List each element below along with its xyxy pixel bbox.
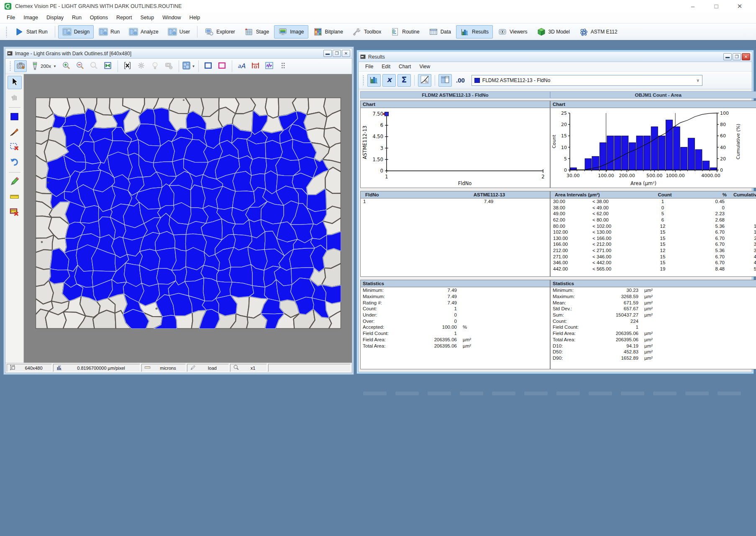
pencil-tool-button[interactable]	[8, 175, 22, 189]
objective-button[interactable]: 200x▼	[28, 60, 59, 72]
results-maximize-button[interactable]: ❐	[733, 53, 741, 60]
undo-tool-button[interactable]	[8, 156, 22, 169]
table-row[interactable]: 346.00< 442.00156.7049.55	[551, 260, 756, 266]
explorer-button[interactable]: Explorer	[200, 25, 239, 39]
svg-text:500.00: 500.00	[646, 173, 663, 178]
annotation-button[interactable]: aA	[236, 60, 248, 72]
menu-setup[interactable]: Setup	[136, 13, 158, 23]
result-selector-dropdown[interactable]: FLDM2 ASTME112-13 - FldNo ∨	[472, 75, 702, 86]
user-button[interactable]: User	[164, 25, 194, 39]
bitplane-pattern-button[interactable]: ▼	[182, 60, 195, 72]
results-menu-chart[interactable]: Chart	[395, 62, 415, 71]
ruler-tool-button[interactable]	[8, 191, 22, 204]
rtable-button[interactable]	[438, 74, 452, 87]
astm-e112-button[interactable]: ASTM E112	[575, 25, 622, 39]
table-row[interactable]: 130.00< 166.00156.7024.11	[551, 235, 756, 242]
fit-window-button[interactable]	[102, 60, 114, 72]
menu-display[interactable]: Display	[42, 13, 68, 23]
table-row[interactable]: 80.00< 102.00125.3610.71	[551, 223, 756, 229]
routine-button[interactable]: Routine	[386, 25, 423, 39]
image-button[interactable]: Image	[274, 25, 308, 39]
image-tool-strip	[5, 74, 24, 363]
marquee-delete-tool-button[interactable]	[8, 141, 22, 154]
results-minimize-button[interactable]: ▬	[723, 53, 732, 60]
menu-file[interactable]: File	[3, 13, 19, 23]
menu-options[interactable]: Options	[86, 13, 112, 23]
menu-window[interactable]: Window	[158, 13, 185, 23]
table-row[interactable]: 38.00< 49.00000.45	[551, 205, 756, 211]
stage-button[interactable]: Stage	[240, 25, 273, 39]
rbars-button[interactable]	[367, 74, 381, 87]
hand-tool-button[interactable]	[8, 91, 22, 104]
results-menu-file[interactable]: File	[361, 62, 377, 71]
zoom-reset-button[interactable]	[88, 60, 100, 72]
chevron-down-icon: ∨	[697, 78, 700, 82]
results-menu-edit[interactable]: Edit	[377, 62, 395, 71]
image-window-minimize-button[interactable]: ▬	[323, 50, 332, 57]
analyze-button[interactable]: Analyze	[125, 25, 163, 39]
decimal-format-label[interactable]: .00	[456, 77, 465, 84]
status-load: load	[187, 364, 229, 372]
rsigma-button[interactable]: Σ	[397, 74, 411, 87]
image-window-titlebar[interactable]: Image - Light Grains with Dark Outlines.…	[5, 48, 352, 59]
menu-report[interactable]: Report	[112, 13, 136, 23]
table-row[interactable]: 49.00< 62.0052.232.68	[551, 211, 756, 217]
design-button[interactable]: Design	[58, 25, 94, 39]
window-system-icon[interactable]	[360, 54, 366, 59]
results-window-titlebar[interactable]: Results ▬ ❐ ✕	[358, 52, 752, 62]
brush-tool-button[interactable]	[8, 126, 22, 139]
profile-button[interactable]	[263, 60, 276, 72]
tool-separator	[9, 172, 21, 173]
camera-button[interactable]	[14, 60, 27, 72]
cursor-tool-button[interactable]	[8, 76, 22, 89]
app-close-button[interactable]: ✕	[735, 0, 744, 13]
more-button[interactable]	[277, 60, 290, 72]
discard-button[interactable]	[121, 60, 134, 72]
blue-frame-button[interactable]	[202, 60, 215, 72]
start-run-button[interactable]: Start Run	[10, 25, 52, 39]
status-0-8196700000-m-pixel: 0.8196700000 µm/pixel	[53, 364, 140, 372]
blue-square-tool-button[interactable]	[8, 111, 22, 124]
svg-text:10: 10	[561, 145, 567, 150]
app-maximize-button[interactable]: □	[712, 0, 721, 13]
table-row[interactable]: 212.00< 271.00125.3636.16	[551, 247, 756, 254]
window-system-icon[interactable]	[7, 51, 13, 56]
image-window-close-button[interactable]: ✕	[342, 50, 350, 57]
run-button[interactable]: Run	[95, 25, 124, 39]
image-window-maximize-button[interactable]: ❐	[333, 50, 341, 57]
ruler-delete-tool-button[interactable]	[8, 206, 22, 219]
zoom-out-button[interactable]	[74, 60, 87, 72]
table-row[interactable]: 442.00< 565.00198.4858.04	[551, 266, 756, 272]
stat-value: 206395.06	[600, 331, 638, 336]
zoom-in-button[interactable]	[60, 60, 73, 72]
menu-help[interactable]: Help	[185, 13, 205, 23]
app-minimize-button[interactable]: –	[688, 0, 697, 13]
viewers-button[interactable]: Viewers	[494, 25, 531, 39]
stat-row: D50:452.83µm²	[551, 349, 756, 355]
caliper-button[interactable]	[249, 60, 262, 72]
rx-button[interactable]: x	[382, 74, 396, 87]
table-row[interactable]: 271.00< 346.00156.7042.86	[551, 253, 756, 260]
rcum-button[interactable]: %	[418, 74, 431, 87]
table-row[interactable]: 17.49	[361, 198, 550, 205]
bitplane-button[interactable]: Bitplane	[309, 25, 347, 39]
data-button[interactable]: Data	[425, 25, 455, 39]
results-close-button[interactable]: ✕	[742, 53, 750, 60]
table-row[interactable]: 62.00< 80.0062.685.36	[551, 217, 756, 223]
cell-percent: 6.70	[684, 242, 725, 247]
stat-value: 100.00	[410, 325, 457, 330]
magenta-frame-button[interactable]	[216, 60, 228, 72]
lamp-button[interactable]	[149, 60, 161, 72]
menu-run[interactable]: Run	[68, 13, 86, 23]
table-row[interactable]: 30.00< 38.0010.450.45	[551, 198, 756, 205]
results-menu-view[interactable]: View	[415, 62, 434, 71]
results-button[interactable]: Results	[456, 25, 493, 39]
menu-image[interactable]: Image	[19, 13, 42, 23]
auto-settings-button[interactable]	[135, 60, 148, 72]
toolbox-button[interactable]: Toolbox	[348, 25, 385, 39]
camera-settings-button[interactable]	[163, 60, 175, 72]
image-canvas[interactable]	[24, 74, 352, 363]
3d-model-button[interactable]: 3D Model	[533, 25, 574, 39]
table-row[interactable]: 166.00< 212.00156.7030.80	[551, 241, 756, 247]
table-row[interactable]: 102.00< 130.00156.7017.41	[551, 229, 756, 235]
